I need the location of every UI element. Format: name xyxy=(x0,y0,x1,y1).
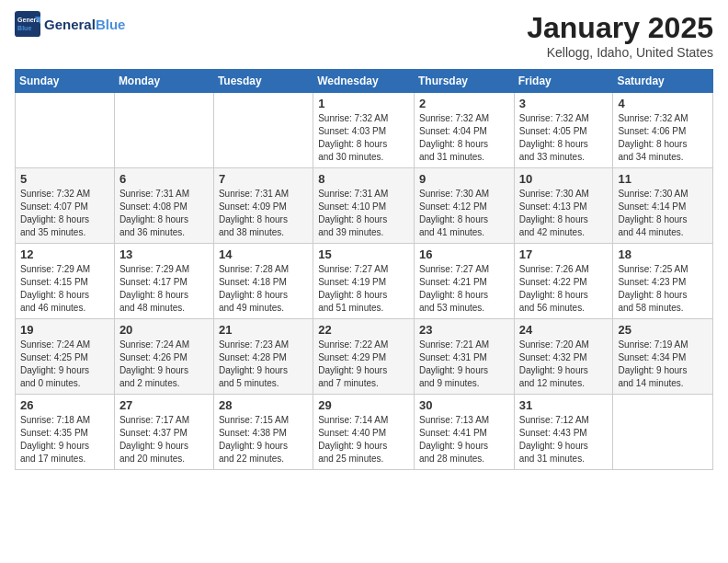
day-cell: 21Sunrise: 7:23 AMSunset: 4:28 PMDayligh… xyxy=(213,319,313,395)
title-section: January 2025 Kellogg, Idaho, United Stat… xyxy=(527,11,713,60)
week-row-4: 19Sunrise: 7:24 AMSunset: 4:25 PMDayligh… xyxy=(16,319,713,395)
day-cell: 5Sunrise: 7:32 AMSunset: 4:07 PMDaylight… xyxy=(16,168,115,244)
weekday-header-wednesday: Wednesday xyxy=(313,70,415,93)
day-number: 8 xyxy=(318,172,409,186)
svg-rect-0 xyxy=(15,11,40,37)
day-cell: 23Sunrise: 7:21 AMSunset: 4:31 PMDayligh… xyxy=(414,319,514,395)
header: General Blue GeneralBlue January 2025 Ke… xyxy=(15,11,713,60)
day-info: Sunrise: 7:30 AMSunset: 4:14 PMDaylight:… xyxy=(618,188,708,239)
day-number: 23 xyxy=(419,323,509,337)
day-info: Sunrise: 7:29 AMSunset: 4:17 PMDaylight:… xyxy=(119,263,209,315)
day-info: Sunrise: 7:12 AMSunset: 4:43 PMDaylight:… xyxy=(519,414,609,465)
day-cell: 27Sunrise: 7:17 AMSunset: 4:37 PMDayligh… xyxy=(114,395,213,470)
day-cell: 8Sunrise: 7:31 AMSunset: 4:10 PMDaylight… xyxy=(313,168,415,244)
week-row-1: 1Sunrise: 7:32 AMSunset: 4:03 PMDaylight… xyxy=(16,93,713,168)
day-cell: 14Sunrise: 7:28 AMSunset: 4:18 PMDayligh… xyxy=(213,244,313,319)
month-title: January 2025 xyxy=(527,11,713,45)
day-cell: 7Sunrise: 7:31 AMSunset: 4:09 PMDaylight… xyxy=(213,168,313,244)
day-number: 4 xyxy=(618,97,708,110)
day-info: Sunrise: 7:26 AMSunset: 4:22 PMDaylight:… xyxy=(519,263,609,315)
day-info: Sunrise: 7:27 AMSunset: 4:21 PMDaylight:… xyxy=(419,263,509,315)
day-info: Sunrise: 7:29 AMSunset: 4:15 PMDaylight:… xyxy=(20,263,109,315)
day-info: Sunrise: 7:32 AMSunset: 4:06 PMDaylight:… xyxy=(618,112,708,164)
day-info: Sunrise: 7:21 AMSunset: 4:31 PMDaylight:… xyxy=(419,339,509,390)
day-number: 2 xyxy=(419,97,509,110)
week-row-3: 12Sunrise: 7:29 AMSunset: 4:15 PMDayligh… xyxy=(16,244,713,319)
day-number: 5 xyxy=(20,172,109,186)
week-row-2: 5Sunrise: 7:32 AMSunset: 4:07 PMDaylight… xyxy=(16,168,713,244)
day-number: 14 xyxy=(219,247,308,261)
day-info: Sunrise: 7:24 AMSunset: 4:25 PMDaylight:… xyxy=(20,339,109,390)
day-cell: 19Sunrise: 7:24 AMSunset: 4:25 PMDayligh… xyxy=(16,319,115,395)
day-cell: 3Sunrise: 7:32 AMSunset: 4:05 PMDaylight… xyxy=(514,93,613,168)
day-cell: 16Sunrise: 7:27 AMSunset: 4:21 PMDayligh… xyxy=(414,244,514,319)
day-number: 27 xyxy=(119,398,209,412)
day-info: Sunrise: 7:17 AMSunset: 4:37 PMDaylight:… xyxy=(119,414,209,465)
day-number: 17 xyxy=(519,247,609,261)
day-cell: 26Sunrise: 7:18 AMSunset: 4:35 PMDayligh… xyxy=(16,395,115,470)
day-cell: 22Sunrise: 7:22 AMSunset: 4:29 PMDayligh… xyxy=(313,319,415,395)
day-number: 20 xyxy=(119,323,209,337)
day-number: 21 xyxy=(219,323,308,337)
day-cell: 29Sunrise: 7:14 AMSunset: 4:40 PMDayligh… xyxy=(313,395,415,470)
day-cell xyxy=(114,93,213,168)
day-info: Sunrise: 7:24 AMSunset: 4:26 PMDaylight:… xyxy=(119,339,209,390)
day-cell: 1Sunrise: 7:32 AMSunset: 4:03 PMDaylight… xyxy=(313,93,415,168)
day-info: Sunrise: 7:20 AMSunset: 4:32 PMDaylight:… xyxy=(519,339,609,390)
day-number: 18 xyxy=(618,247,708,261)
day-info: Sunrise: 7:31 AMSunset: 4:09 PMDaylight:… xyxy=(219,188,308,239)
weekday-header-monday: Monday xyxy=(114,70,213,93)
day-info: Sunrise: 7:23 AMSunset: 4:28 PMDaylight:… xyxy=(219,339,308,390)
day-cell: 9Sunrise: 7:30 AMSunset: 4:12 PMDaylight… xyxy=(414,168,514,244)
day-number: 24 xyxy=(519,323,609,337)
day-cell xyxy=(613,395,713,470)
day-info: Sunrise: 7:31 AMSunset: 4:08 PMDaylight:… xyxy=(119,188,209,239)
day-number: 22 xyxy=(318,323,409,337)
logo-text: GeneralBlue xyxy=(44,17,125,32)
day-cell xyxy=(16,93,115,168)
day-number: 7 xyxy=(219,172,308,186)
day-cell: 2Sunrise: 7:32 AMSunset: 4:04 PMDaylight… xyxy=(414,93,514,168)
day-number: 1 xyxy=(318,97,409,110)
day-number: 25 xyxy=(618,323,708,337)
day-cell: 25Sunrise: 7:19 AMSunset: 4:34 PMDayligh… xyxy=(613,319,713,395)
day-number: 15 xyxy=(318,247,409,261)
weekday-header-friday: Friday xyxy=(514,70,613,93)
calendar-table: SundayMondayTuesdayWednesdayThursdayFrid… xyxy=(15,69,713,470)
weekday-header-row: SundayMondayTuesdayWednesdayThursdayFrid… xyxy=(16,70,713,93)
day-info: Sunrise: 7:14 AMSunset: 4:40 PMDaylight:… xyxy=(318,414,409,465)
day-number: 28 xyxy=(219,398,308,412)
day-cell: 24Sunrise: 7:20 AMSunset: 4:32 PMDayligh… xyxy=(514,319,613,395)
day-number: 10 xyxy=(519,172,609,186)
day-info: Sunrise: 7:31 AMSunset: 4:10 PMDaylight:… xyxy=(318,188,409,239)
day-cell: 18Sunrise: 7:25 AMSunset: 4:23 PMDayligh… xyxy=(613,244,713,319)
day-info: Sunrise: 7:18 AMSunset: 4:35 PMDaylight:… xyxy=(20,414,109,465)
day-number: 19 xyxy=(20,323,109,337)
logo-icon: General Blue xyxy=(15,11,40,37)
week-row-5: 26Sunrise: 7:18 AMSunset: 4:35 PMDayligh… xyxy=(16,395,713,470)
day-info: Sunrise: 7:30 AMSunset: 4:12 PMDaylight:… xyxy=(419,188,509,239)
day-info: Sunrise: 7:15 AMSunset: 4:38 PMDaylight:… xyxy=(219,414,308,465)
day-number: 30 xyxy=(419,398,509,412)
day-number: 11 xyxy=(618,172,708,186)
location: Kellogg, Idaho, United States xyxy=(527,45,713,60)
weekday-header-sunday: Sunday xyxy=(16,70,115,93)
day-number: 13 xyxy=(119,247,209,261)
weekday-header-tuesday: Tuesday xyxy=(213,70,313,93)
weekday-header-saturday: Saturday xyxy=(613,70,713,93)
day-number: 26 xyxy=(20,398,109,412)
day-info: Sunrise: 7:32 AMSunset: 4:04 PMDaylight:… xyxy=(419,112,509,164)
day-number: 9 xyxy=(419,172,509,186)
day-cell: 11Sunrise: 7:30 AMSunset: 4:14 PMDayligh… xyxy=(613,168,713,244)
day-info: Sunrise: 7:27 AMSunset: 4:19 PMDaylight:… xyxy=(318,263,409,315)
day-info: Sunrise: 7:32 AMSunset: 4:05 PMDaylight:… xyxy=(519,112,609,164)
day-info: Sunrise: 7:13 AMSunset: 4:41 PMDaylight:… xyxy=(419,414,509,465)
calendar-container: General Blue GeneralBlue January 2025 Ke… xyxy=(0,0,728,563)
day-cell: 28Sunrise: 7:15 AMSunset: 4:38 PMDayligh… xyxy=(213,395,313,470)
day-cell: 15Sunrise: 7:27 AMSunset: 4:19 PMDayligh… xyxy=(313,244,415,319)
svg-text:Blue: Blue xyxy=(17,25,31,31)
day-cell: 31Sunrise: 7:12 AMSunset: 4:43 PMDayligh… xyxy=(514,395,613,470)
day-number: 29 xyxy=(318,398,409,412)
day-info: Sunrise: 7:19 AMSunset: 4:34 PMDaylight:… xyxy=(618,339,708,390)
day-info: Sunrise: 7:25 AMSunset: 4:23 PMDaylight:… xyxy=(618,263,708,315)
